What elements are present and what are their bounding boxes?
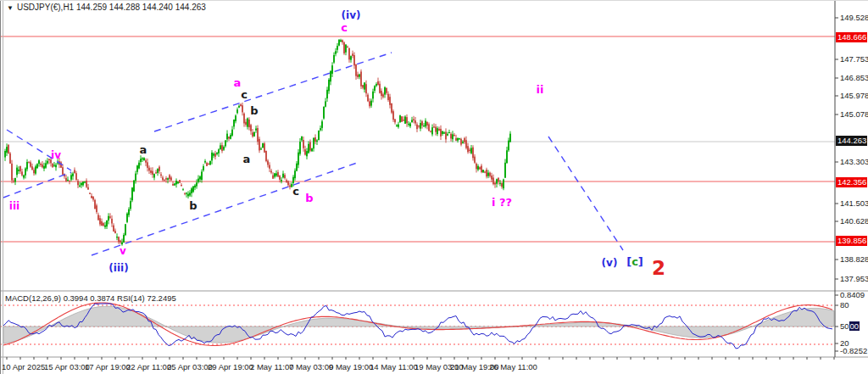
candle-body bbox=[43, 166, 45, 169]
candle-body bbox=[133, 181, 135, 192]
candle-body bbox=[303, 140, 304, 148]
candle-body bbox=[67, 180, 69, 181]
candle-body bbox=[174, 183, 175, 185]
candle-body bbox=[264, 143, 265, 153]
time-axis-label: 22 Apr 11:00 bbox=[126, 362, 171, 371]
candle-body bbox=[26, 162, 28, 170]
candle-body bbox=[162, 177, 164, 180]
candle-body bbox=[457, 138, 459, 141]
wave-label[interactable]: a bbox=[140, 143, 147, 156]
wave-label[interactable]: v bbox=[120, 245, 126, 257]
wave-label[interactable]: a bbox=[243, 153, 251, 165]
candle-body bbox=[38, 160, 40, 164]
wave-label[interactable]: a bbox=[234, 76, 242, 89]
candle-body bbox=[355, 64, 357, 76]
candle-body bbox=[342, 40, 343, 42]
candle-body bbox=[347, 47, 348, 47]
candle-body bbox=[138, 163, 140, 169]
candle-body bbox=[240, 104, 242, 106]
wave-label[interactable]: (iv) bbox=[342, 9, 361, 21]
time-axis-label: 29 Apr 19:00 bbox=[208, 362, 253, 371]
trendline[interactable] bbox=[548, 137, 623, 250]
candle-body bbox=[94, 200, 96, 209]
candle-body bbox=[147, 162, 148, 168]
candle-body bbox=[494, 182, 496, 184]
candle-body bbox=[87, 187, 89, 190]
price-axis-label: 138.828 bbox=[840, 254, 868, 264]
wave-label[interactable]: 2 bbox=[652, 257, 665, 279]
candle-body bbox=[384, 87, 386, 95]
candle-body bbox=[92, 197, 94, 200]
candle-body bbox=[433, 126, 435, 127]
wave-label[interactable]: (iii) bbox=[108, 262, 128, 274]
candle-body bbox=[318, 131, 320, 140]
trendline[interactable] bbox=[154, 53, 392, 131]
candle-body bbox=[387, 94, 389, 100]
candle-body bbox=[125, 224, 126, 235]
candle-body bbox=[435, 126, 437, 131]
wave-label[interactable]: iii bbox=[9, 200, 19, 212]
candle-body bbox=[364, 82, 365, 89]
candle-body bbox=[253, 132, 255, 137]
candle-body bbox=[18, 170, 19, 171]
wave-label-part: ] bbox=[638, 255, 643, 268]
candle-body bbox=[30, 162, 31, 166]
candle-body bbox=[367, 95, 369, 102]
candle-body bbox=[292, 177, 294, 183]
trendline[interactable] bbox=[3, 172, 71, 198]
candle-body bbox=[131, 187, 133, 200]
candle-body bbox=[247, 119, 248, 127]
candle-body bbox=[23, 176, 25, 178]
chevron-down-icon[interactable]: ▼ bbox=[7, 4, 14, 12]
candle-body bbox=[135, 174, 136, 181]
candle-body bbox=[91, 196, 92, 198]
wave-label[interactable]: c bbox=[292, 185, 299, 198]
candle-body bbox=[113, 226, 114, 232]
indicator-axis-label: 80 bbox=[840, 300, 849, 310]
candle-body bbox=[328, 80, 330, 91]
candle-body bbox=[152, 171, 153, 175]
candle-body bbox=[453, 135, 455, 136]
wave-label[interactable]: [c] bbox=[626, 255, 643, 268]
time-axis-label: 25 Apr 03:00 bbox=[167, 362, 213, 371]
wave-label[interactable]: (v) bbox=[602, 257, 618, 269]
chart-canvas[interactable] bbox=[0, 0, 868, 374]
candle-body bbox=[443, 132, 445, 133]
candle-body bbox=[170, 177, 172, 180]
candle-body bbox=[404, 117, 406, 124]
candle-body bbox=[470, 148, 472, 154]
candle-body bbox=[509, 134, 511, 142]
wave-label[interactable]: b bbox=[189, 199, 197, 212]
candle-body bbox=[426, 122, 428, 126]
candle-body bbox=[48, 159, 50, 160]
price-axis-label: 137.953 bbox=[840, 274, 868, 283]
candle-body bbox=[101, 221, 103, 226]
chart-window: ▼USDJPY(€),H1 144.259 144.288 144.240 14… bbox=[0, 0, 868, 374]
candle-body bbox=[294, 170, 296, 178]
candle-body bbox=[472, 148, 474, 158]
candle-body bbox=[326, 90, 328, 98]
wave-label[interactable]: c bbox=[241, 88, 248, 101]
candle-body bbox=[464, 138, 465, 142]
candle-body bbox=[16, 168, 18, 176]
candle-body bbox=[11, 164, 13, 181]
candle-body bbox=[70, 175, 72, 179]
candle-body bbox=[455, 138, 457, 141]
candle-body bbox=[281, 180, 282, 181]
candle-body bbox=[323, 107, 325, 119]
candle-body bbox=[21, 171, 23, 175]
candle-body bbox=[357, 75, 359, 77]
wave-label[interactable]: b bbox=[250, 104, 258, 117]
wave-label[interactable]: iv bbox=[51, 149, 61, 161]
level-price-tag: 148.666 bbox=[836, 32, 867, 42]
candle-body bbox=[250, 125, 252, 131]
candle-body bbox=[157, 169, 159, 173]
candle-body bbox=[6, 147, 8, 153]
candle-body bbox=[448, 132, 450, 133]
wave-label[interactable]: c bbox=[341, 21, 348, 34]
wave-label[interactable]: b bbox=[305, 192, 313, 204]
wave-label[interactable]: i ?? bbox=[492, 196, 512, 209]
candle-body bbox=[160, 175, 162, 176]
candle-body bbox=[33, 170, 35, 173]
wave-label[interactable]: ii bbox=[537, 83, 544, 96]
